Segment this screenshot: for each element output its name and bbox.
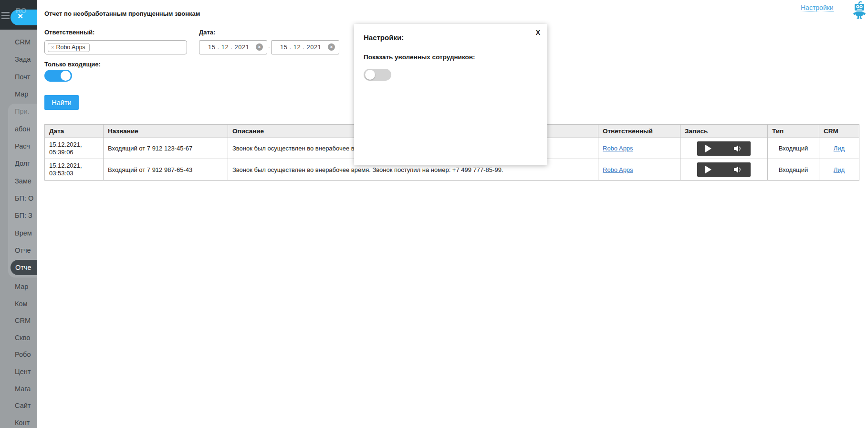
selected-tag: ×Robo Apps	[48, 43, 90, 52]
modal-close-button[interactable]: X	[536, 29, 540, 36]
date-to-clear-icon[interactable]: ×	[328, 43, 335, 51]
crm-lead-link[interactable]: Лид	[834, 166, 845, 173]
cell-responsible: Robo Apps	[598, 138, 680, 159]
incoming-only-toggle[interactable]	[44, 70, 72, 82]
cell-crm: Лид	[819, 159, 859, 181]
audio-player[interactable]	[697, 141, 751, 156]
responsible-link[interactable]: Robo Apps	[603, 145, 633, 152]
tag-remove-icon[interactable]: ×	[51, 44, 54, 50]
hamburger-menu-icon[interactable]	[1, 12, 10, 19]
responsible-link[interactable]: Robo Apps	[603, 166, 633, 173]
robot-icon	[852, 0, 867, 19]
cell-type: Входящий	[768, 138, 819, 159]
incoming-only-label: Только входящие:	[44, 61, 101, 68]
cell-type: Входящий	[768, 159, 819, 181]
col-header-type: Тип	[768, 125, 819, 138]
play-icon	[705, 145, 711, 152]
cell-crm: Лид	[819, 138, 859, 159]
search-button[interactable]: Найти	[44, 95, 79, 110]
main-panel: Настройки Отчет по необработанным пропущ…	[37, 0, 868, 428]
responsible-input[interactable]: ×Robo Apps	[44, 40, 187, 54]
modal-title: Настройки:	[364, 33, 404, 42]
settings-modal: X Настройки: Показать уволенных сотрудни…	[354, 24, 547, 165]
cell-responsible: Robo Apps	[598, 159, 680, 181]
play-icon	[705, 166, 711, 173]
responsible-label: Ответственный:	[44, 29, 94, 36]
cell-record	[680, 138, 768, 159]
date-range-separator: -	[268, 43, 270, 50]
app-screen: CRMЗадаПочтМарПри.абонРасчДолгЗамеБП: ОБ…	[0, 0, 868, 428]
volume-icon	[734, 145, 743, 152]
page-title: Отчет по необработанным пропущенным звон…	[44, 10, 200, 17]
col-header-crm: CRM	[819, 125, 859, 138]
col-header-record: Запись	[680, 125, 768, 138]
cell-date: 15.12.2021,03:53:03	[45, 159, 104, 181]
settings-link[interactable]: Настройки	[801, 4, 834, 12]
col-header-responsible: Ответственный	[598, 125, 680, 138]
toggle-knob	[365, 70, 375, 80]
cell-date: 15.12.2021,05:39:06	[45, 138, 104, 159]
crm-lead-link[interactable]: Лид	[834, 145, 845, 152]
audio-player[interactable]	[697, 162, 751, 177]
show-fired-label: Показать уволенных сотрудников:	[364, 54, 475, 61]
show-fired-toggle[interactable]	[364, 69, 391, 81]
cell-name: Входящий от 7 912 123-45-67	[104, 138, 228, 159]
date-from-clear-icon[interactable]: ×	[256, 43, 263, 51]
col-header-name: Название	[104, 125, 228, 138]
volume-icon	[734, 166, 743, 173]
date-label: Дата:	[199, 29, 215, 36]
cell-record	[680, 159, 768, 181]
cell-name: Входящий от 7 912 987-65-43	[104, 159, 228, 181]
col-header-date: Дата	[45, 125, 104, 138]
robo-logo-fragment: RO	[16, 6, 27, 14]
tag-label: Robo Apps	[56, 44, 85, 51]
toggle-knob	[61, 71, 71, 81]
